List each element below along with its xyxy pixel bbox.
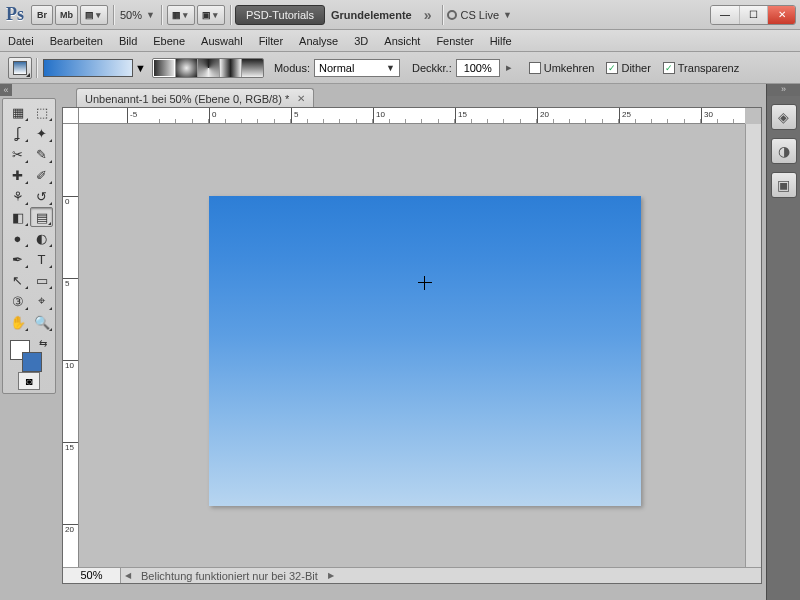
menu-datei[interactable]: Datei (8, 35, 34, 47)
menu-3d[interactable]: 3D (354, 35, 368, 47)
status-zoom[interactable]: 50% (63, 568, 121, 583)
minibridge-button[interactable]: Mb (55, 5, 78, 25)
menu-hilfe[interactable]: Hilfe (490, 35, 512, 47)
layers-panel-icon[interactable]: ◈ (771, 104, 797, 130)
tool-3d[interactable]: ③ (6, 291, 29, 311)
opacity-field[interactable]: 100% (456, 59, 500, 77)
tool-eyedropper[interactable]: ✎ (30, 144, 53, 164)
gradient-angle[interactable] (197, 59, 219, 77)
swap-colors-icon[interactable]: ⇆ (39, 338, 47, 349)
right-collapse-icon[interactable]: » (767, 84, 800, 96)
app-logo: Ps (6, 4, 24, 25)
gradient-diamond[interactable] (241, 59, 263, 77)
tool-lasso[interactable]: ʆ (6, 123, 29, 143)
mode-label: Modus: (274, 62, 310, 74)
transparency-checkbox[interactable]: ✓ (663, 62, 675, 74)
extras-button[interactable]: ▣▾ (197, 5, 225, 25)
channels-panel-icon[interactable]: ▣ (771, 172, 797, 198)
tool-healing[interactable]: ✚ (6, 165, 29, 185)
menu-ebene[interactable]: Ebene (153, 35, 185, 47)
canvas-viewport[interactable] (79, 124, 745, 567)
dither-checkbox[interactable]: ✓ (606, 62, 618, 74)
menu-analyse[interactable]: Analyse (299, 35, 338, 47)
gradient-style-group (152, 58, 264, 78)
menu-fenster[interactable]: Fenster (436, 35, 473, 47)
current-tool-chip[interactable] (8, 57, 32, 79)
ruler-vertical[interactable]: -50510152025 (63, 124, 79, 567)
reverse-label: Umkehren (544, 62, 595, 74)
gradient-reflected[interactable] (219, 59, 241, 77)
opacity-label: Deckkr.: (412, 62, 452, 74)
tool-marquee[interactable]: ⬚ (30, 102, 53, 122)
bridge-button[interactable]: Br (31, 5, 53, 25)
cslive-button[interactable]: CS Live▼ (447, 9, 514, 21)
tool-move[interactable]: ▦ (6, 102, 29, 122)
screenmode-button[interactable]: ▤▾ (80, 5, 108, 25)
tool-dodge[interactable]: ◐ (30, 228, 53, 248)
document-tab[interactable]: Unbenannt-1 bei 50% (Ebene 0, RGB/8) * ✕ (76, 88, 314, 108)
artboard[interactable] (209, 196, 641, 506)
tool-stamp[interactable]: ⚘ (6, 186, 29, 206)
arrange-button[interactable]: ▦▾ (167, 5, 195, 25)
color-swatches[interactable]: ⇆ (6, 336, 52, 370)
adjust-panel-icon[interactable]: ◑ (771, 138, 797, 164)
tool-eraser[interactable]: ◧ (6, 207, 29, 227)
tool-crop[interactable]: ✂ (6, 144, 29, 164)
tools-panel: ▦⬚ʆ✦✂✎✚✐⚘↺◧▤●◐✒T↖▭③⌖✋🔍 ⇆ ◙ (2, 98, 56, 394)
tool-shape[interactable]: ▭ (30, 270, 53, 290)
zoom-level[interactable]: 50% (120, 9, 142, 21)
opacity-flyout-icon[interactable]: ▸ (503, 62, 515, 74)
reverse-checkbox[interactable] (529, 62, 541, 74)
status-next-icon[interactable]: ▶ (328, 571, 334, 580)
dither-label: Dither (621, 62, 650, 74)
right-dock: » ◈ ◑ ▣ (766, 84, 800, 600)
tool-brush[interactable]: ✐ (30, 165, 53, 185)
workspace-more-icon[interactable]: » (424, 7, 432, 23)
gradient-preview[interactable] (43, 59, 133, 77)
mode-select[interactable]: Normal▼ (314, 59, 400, 77)
tool-hand[interactable]: ✋ (6, 312, 29, 332)
tool-wand[interactable]: ✦ (30, 123, 53, 143)
menu-bild[interactable]: Bild (119, 35, 137, 47)
tool-type[interactable]: T (30, 249, 53, 269)
quickmask-button[interactable]: ◙ (18, 372, 40, 390)
menu-bearbeiten[interactable]: Bearbeiten (50, 35, 103, 47)
workspace-tab[interactable]: PSD-Tutorials (235, 5, 325, 25)
status-prev-icon[interactable]: ◀ (125, 571, 131, 580)
left-collapse-icon[interactable]: « (0, 84, 12, 96)
ruler-origin[interactable] (63, 108, 79, 124)
window-close[interactable]: ✕ (767, 6, 795, 24)
cslive-icon (447, 10, 457, 20)
gradient-radial[interactable] (175, 59, 197, 77)
window-minimize[interactable]: — (711, 6, 739, 24)
menu-filter[interactable]: Filter (259, 35, 283, 47)
gradient-linear[interactable] (153, 59, 175, 77)
tool-path-select[interactable]: ↖ (6, 270, 29, 290)
menu-ansicht[interactable]: Ansicht (384, 35, 420, 47)
menu-auswahl[interactable]: Auswahl (201, 35, 243, 47)
window-maximize[interactable]: ☐ (739, 6, 767, 24)
tool-blur[interactable]: ● (6, 228, 29, 248)
tool-gradient[interactable]: ▤ (30, 207, 53, 227)
status-text: Belichtung funktioniert nur bei 32-Bit (135, 570, 324, 582)
close-tab-icon[interactable]: ✕ (297, 93, 305, 104)
tool-pen[interactable]: ✒ (6, 249, 29, 269)
scrollbar-vertical[interactable] (745, 124, 761, 567)
tool-history-brush[interactable]: ↺ (30, 186, 53, 206)
document-tab-title: Unbenannt-1 bei 50% (Ebene 0, RGB/8) * (85, 93, 289, 105)
crosshair-cursor (418, 276, 432, 290)
ruler-horizontal[interactable]: -505101520253035 (79, 108, 745, 124)
tool-zoom[interactable]: 🔍 (30, 312, 53, 332)
background-swatch[interactable] (22, 352, 42, 372)
gradient-picker-arrow[interactable]: ▼ (135, 62, 146, 74)
workspace-label[interactable]: Grundelemente (331, 9, 412, 21)
tool-3d-camera[interactable]: ⌖ (30, 291, 53, 311)
transparency-label: Transparenz (678, 62, 739, 74)
